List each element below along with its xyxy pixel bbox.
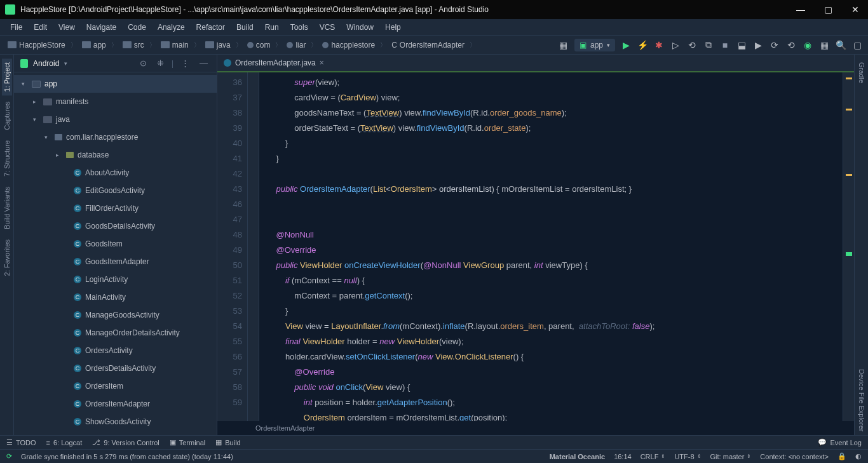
status-caret-pos[interactable]: 16:14 — [614, 453, 632, 460]
inspection-icon[interactable]: ◐ — [855, 452, 862, 460]
options-icon[interactable]: ⋮ — [179, 58, 192, 68]
crumb-pkg[interactable]: hacpplestore — [320, 39, 377, 51]
tree-manifests[interactable]: ▸manifests — [14, 93, 217, 111]
error-stripe[interactable] — [843, 72, 854, 421]
menu-tools[interactable]: Tools — [285, 21, 313, 34]
tree-class-ordersactivity[interactable]: COrdersActivity — [14, 342, 217, 359]
tab-gradle[interactable]: Gradle — [857, 58, 867, 87]
maximize-button[interactable]: ▢ — [820, 4, 836, 15]
editor-content[interactable]: 3637383940414243464748495051525354555657… — [217, 72, 854, 421]
status-context[interactable]: Context: <no context> — [760, 453, 829, 460]
tree-class-ordersitem[interactable]: COrdersItem — [14, 377, 217, 395]
code-area[interactable]: super(view); cardView = (CardView) view;… — [259, 72, 843, 421]
close-button[interactable]: ✕ — [848, 4, 863, 15]
tab-favorites[interactable]: 2: Favorites — [2, 236, 12, 279]
resource-button[interactable]: ▦ — [818, 39, 830, 51]
menu-analyze[interactable]: Analyze — [153, 21, 190, 34]
status-encoding[interactable]: UTF-8⇕ — [674, 453, 701, 460]
layout-inspector-button[interactable]: ◉ — [802, 39, 813, 51]
menu-build[interactable]: Build — [231, 21, 259, 34]
lock-icon[interactable]: 🔒 — [837, 452, 846, 460]
attach-debugger-button[interactable]: ⟲ — [686, 39, 698, 51]
tab-terminal[interactable]: ▣ Terminal — [170, 438, 206, 446]
crumb-liar[interactable]: liar — [284, 39, 308, 51]
menu-view[interactable]: View — [53, 21, 80, 34]
avd-manager-button[interactable]: ⬓ — [736, 39, 747, 51]
tree-class-fillorderactivity[interactable]: CFillOrderActivity — [14, 199, 217, 217]
menu-edit[interactable]: Edit — [29, 21, 52, 34]
stop-button[interactable]: ■ — [719, 39, 731, 51]
tree-class-goodsitemadapter[interactable]: CGoodsItemAdapter — [14, 253, 217, 271]
editor-tab-orders-item-adapter[interactable]: OrdersItemAdapter.java × — [217, 55, 330, 71]
minimize-button[interactable]: — — [792, 4, 809, 15]
change-marker[interactable] — [846, 252, 852, 256]
tab-todo[interactable]: ☰ TODO — [6, 438, 36, 446]
warning-marker[interactable] — [846, 174, 852, 176]
tab-logcat[interactable]: ≡ 6: Logcat — [46, 439, 83, 446]
sdk-manager-button[interactable]: ▶ — [752, 39, 764, 51]
tree-class-editgoodsactivity[interactable]: CEditGoodsActivity — [14, 182, 217, 199]
tree-class-mainactivity[interactable]: CMainActivity — [14, 288, 217, 306]
status-line-separator[interactable]: CRLF⇕ — [641, 453, 666, 460]
crumb-class[interactable]: COrdersItemAdapter — [389, 39, 467, 51]
profile-button[interactable]: ▷ — [670, 39, 681, 51]
tab-version-control[interactable]: ⎇ 9: Version Control — [92, 438, 159, 446]
crumb-java[interactable]: java — [203, 39, 233, 51]
project-view-mode[interactable]: Android — [33, 59, 59, 68]
tree-class-loginactivity[interactable]: CLoginActivity — [14, 271, 217, 288]
collapse-all-icon[interactable]: ⊙ — [137, 58, 149, 68]
tree-class-goodsitem[interactable]: CGoodsItem — [14, 235, 217, 253]
tab-project[interactable]: 1: Project — [2, 58, 12, 95]
trace-button[interactable]: ⧉ — [703, 39, 714, 51]
tree-class-aboutactivity[interactable]: CAboutActivity — [14, 164, 217, 182]
tab-build[interactable]: ▦ Build — [215, 438, 240, 446]
tree-database[interactable]: ▸database — [14, 146, 217, 164]
project-tree[interactable]: ▾app ▸manifests ▾java ▾com.liar.hacpples… — [14, 72, 217, 435]
menu-window[interactable]: Window — [341, 21, 379, 34]
fold-column[interactable] — [248, 72, 259, 421]
apply-changes-button[interactable]: ⚡ — [637, 39, 648, 51]
tree-class-manageorderdetailsactivity[interactable]: CManageOrderDetailsActivity — [14, 324, 217, 342]
menu-help[interactable]: Help — [380, 21, 406, 34]
tab-captures[interactable]: Captures — [2, 98, 12, 134]
run-config-selector[interactable]: ▣ app ▾ — [574, 39, 615, 51]
tree-class-ordersdetailsactivity[interactable]: COrdersDetailsActivity — [14, 359, 217, 377]
warning-marker[interactable] — [846, 77, 852, 79]
divide-icon[interactable]: ⁜ — [154, 58, 166, 68]
status-icon[interactable]: ⟳ — [6, 452, 12, 460]
crumb-project[interactable]: HacppleStore — [5, 39, 68, 51]
status-git[interactable]: Git: master ⇕ — [710, 453, 752, 460]
chevron-down-icon[interactable]: ▾ — [64, 60, 67, 67]
tree-package[interactable]: ▾com.liar.hacpplestore — [14, 128, 217, 146]
tree-class-goodsdetailsactivity[interactable]: CGoodsDetailsActivity — [14, 217, 217, 235]
search-button[interactable]: 🔍 — [835, 39, 846, 51]
run-button[interactable]: ▶ — [620, 39, 632, 51]
tab-device-file-explorer[interactable]: Device File Explorer — [857, 365, 867, 435]
warning-marker[interactable] — [846, 109, 852, 111]
menu-navigate[interactable]: Navigate — [81, 21, 121, 34]
project-structure-button[interactable]: ⟲ — [785, 39, 797, 51]
menu-run[interactable]: Run — [260, 21, 284, 34]
select-device-icon[interactable]: ▦ — [558, 39, 569, 51]
menu-file[interactable]: File — [5, 21, 27, 34]
tab-build-variants[interactable]: Build Variants — [2, 183, 12, 233]
menu-refactor[interactable]: Refactor — [191, 21, 230, 34]
editor-breadcrumb[interactable]: OrdersItemAdapter — [217, 421, 854, 435]
debug-button[interactable]: ✱ — [653, 39, 665, 51]
tab-structure[interactable]: 7: Structure — [2, 137, 12, 180]
menu-vcs[interactable]: VCS — [315, 21, 341, 34]
hide-icon[interactable]: — — [197, 58, 210, 68]
tree-java[interactable]: ▾java — [14, 111, 217, 128]
crumb-com[interactable]: com — [245, 39, 273, 51]
close-tab-icon[interactable]: × — [320, 58, 324, 67]
tree-class-managegoodsactivity[interactable]: CManageGoodsActivity — [14, 306, 217, 324]
tree-app[interactable]: ▾app — [14, 75, 217, 93]
tree-class-ordersitemadapter[interactable]: COrdersItemAdapter — [14, 395, 217, 413]
crumb-main[interactable]: main — [158, 39, 191, 51]
crumb-src[interactable]: src — [120, 39, 147, 51]
tab-event-log[interactable]: 💬 Event Log — [818, 438, 862, 446]
menu-code[interactable]: Code — [123, 21, 151, 34]
tree-class-showgoodsactivity[interactable]: CShowGoodsActivity — [14, 413, 217, 431]
sync-button[interactable]: ⟳ — [769, 39, 780, 51]
status-theme[interactable]: Material Oceanic — [550, 453, 605, 460]
